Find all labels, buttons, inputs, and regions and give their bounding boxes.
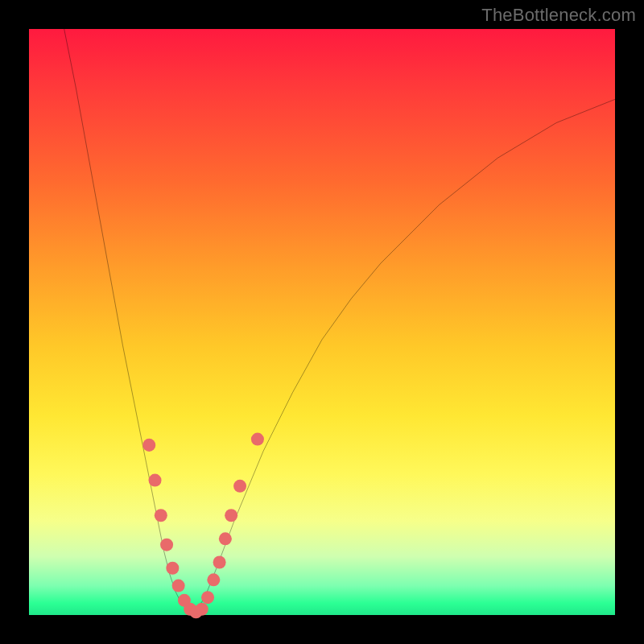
marker-10	[201, 591, 214, 604]
marker-14	[225, 509, 237, 522]
marker-15	[233, 480, 246, 493]
curve-right-branch	[193, 99, 615, 615]
marker-13	[219, 532, 232, 545]
marker-5	[172, 580, 185, 592]
chart-svg	[29, 29, 615, 615]
marker-3	[160, 539, 173, 551]
marker-1	[149, 474, 162, 487]
watermark-text: TheBottleneck.com	[481, 5, 636, 26]
series-group	[64, 29, 615, 615]
marker-11	[207, 573, 220, 586]
marker-12	[213, 555, 226, 568]
marker-0	[142, 439, 155, 452]
marker-16	[251, 433, 264, 446]
plot-area	[29, 29, 615, 615]
marker-9	[196, 603, 208, 616]
curve-left-branch	[64, 29, 193, 615]
marker-2	[155, 509, 167, 522]
points-group	[142, 433, 264, 619]
marker-4	[166, 562, 179, 575]
chart-frame: TheBottleneck.com	[0, 0, 644, 644]
